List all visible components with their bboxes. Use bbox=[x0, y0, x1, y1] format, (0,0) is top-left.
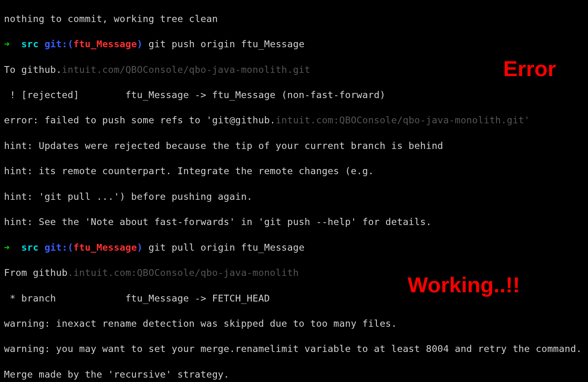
prompt-git-suffix: ) bbox=[137, 38, 142, 50]
output-line: ! [rejected] ftu_Message -> ftu_Message … bbox=[4, 89, 584, 102]
prompt-line: ➜ src git:(ftu_Message) git push origin … bbox=[4, 38, 584, 51]
command-text: git push origin ftu_Message bbox=[148, 38, 304, 50]
output-line: hint: See the 'Note about fast-forwards'… bbox=[4, 216, 584, 229]
prompt-line: ➜ src git:(ftu_Message) git pull origin … bbox=[4, 241, 584, 254]
output-line: Merge made by the 'recursive' strategy. bbox=[4, 368, 584, 381]
terminal-output[interactable]: nothing to commit, working tree clean ➜ … bbox=[4, 0, 584, 382]
output-line: warning: you may want to set your merge.… bbox=[4, 343, 584, 356]
output-line: hint: Updates were rejected because the … bbox=[4, 140, 584, 153]
command-text: git pull origin ftu_Message bbox=[148, 242, 304, 253]
annotation-error: Error bbox=[503, 54, 556, 83]
output-line: hint: its remote counterpart. Integrate … bbox=[4, 165, 584, 178]
output-line: error: failed to push some refs to 'git@… bbox=[4, 114, 584, 127]
prompt-branch: ftu_Message bbox=[73, 242, 137, 253]
prompt-git-prefix: git:( bbox=[44, 242, 73, 253]
prompt-git-prefix: git:( bbox=[44, 38, 73, 50]
output-line: hint: 'git pull ...') before pushing aga… bbox=[4, 191, 584, 203]
output-line: warning: inexact rename detection was sk… bbox=[4, 318, 584, 330]
prompt-arrow-icon: ➜ bbox=[4, 242, 10, 253]
prompt-dir: src bbox=[21, 242, 38, 253]
output-line: nothing to commit, working tree clean bbox=[4, 13, 584, 26]
output-line: To github.intuit.com/QBOConsole/qbo-java… bbox=[4, 64, 584, 76]
prompt-branch: ftu_Message bbox=[73, 38, 137, 50]
annotation-working: Working..!! bbox=[408, 270, 520, 300]
prompt-dir: src bbox=[21, 38, 38, 50]
prompt-arrow-icon: ➜ bbox=[4, 38, 10, 50]
prompt-git-suffix: ) bbox=[137, 242, 142, 253]
